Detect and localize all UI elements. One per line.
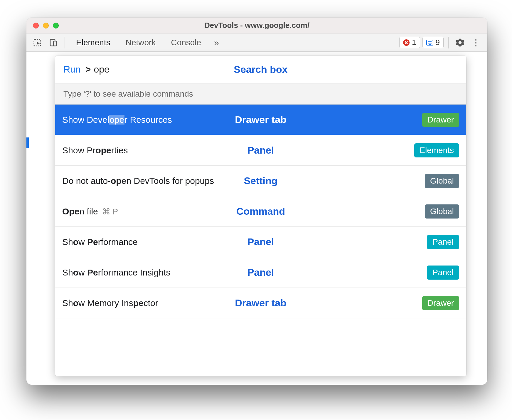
command-result-row[interactable]: Show Memory InspectorDrawer tabDrawer (55, 288, 466, 318)
command-result-row[interactable]: Show Developer ResourcesDrawer tabDrawer (55, 105, 466, 135)
command-search-row[interactable]: Run >ope Search box (55, 56, 466, 83)
command-category-badge: Global (425, 174, 459, 188)
annotation-label: Panel (247, 267, 274, 278)
tab-elements[interactable]: Elements (70, 38, 117, 47)
toolbar-separator (65, 37, 65, 48)
command-result-row[interactable]: Show PropertiesPanelElements (55, 135, 466, 166)
command-result-row[interactable]: Show Performance InsightsPanelPanel (55, 257, 466, 288)
annotation-search-box: Search box (234, 64, 287, 75)
command-result-title: Show Properties (62, 145, 128, 155)
devtools-window: DevTools - www.google.com/ Elements Netw… (26, 18, 487, 385)
command-category-badge: Global (425, 204, 459, 219)
annotation-label: Drawer tab (235, 114, 287, 125)
command-category-badge: Panel (427, 235, 459, 249)
inspect-element-icon[interactable] (31, 36, 44, 49)
more-options-icon[interactable]: ⋮ (469, 37, 483, 48)
tab-network[interactable]: Network (119, 38, 162, 47)
command-result-title: Show Developer Resources (62, 115, 172, 125)
tab-console[interactable]: Console (164, 38, 208, 47)
command-category-badge: Panel (427, 266, 459, 280)
run-label: Run (63, 64, 81, 75)
command-hint: Type '?' to see available commands (55, 83, 466, 105)
window-close-icon[interactable] (33, 23, 39, 28)
device-toggle-icon[interactable] (46, 36, 60, 49)
messages-pill[interactable]: 9 (422, 37, 444, 48)
command-result-row[interactable]: Show PerformancePanelPanel (55, 227, 466, 257)
window-title: DevTools - www.google.com/ (26, 21, 487, 30)
annotation-label: Setting (244, 175, 277, 187)
command-result-row[interactable]: Do not auto-open DevTools for popupsSett… (55, 166, 466, 196)
command-results: Show Developer ResourcesDrawer tabDrawer… (55, 105, 466, 376)
devtools-toolbar: Elements Network Console » 1 9 ⋮ (26, 33, 487, 52)
annotation-label: Panel (247, 145, 274, 156)
command-category-badge: Drawer (422, 113, 459, 127)
messages-count: 9 (436, 38, 440, 47)
window-zoom-icon[interactable] (53, 23, 59, 28)
command-result-title: Show Memory Inspector (62, 298, 158, 308)
toolbar-separator (448, 37, 449, 48)
command-result-title: Do not auto-open DevTools for popups (62, 176, 214, 186)
error-icon (403, 39, 410, 46)
command-menu: Run >ope Search box Type '?' to see avai… (55, 56, 466, 376)
settings-gear-icon[interactable] (453, 36, 467, 49)
window-titlebar: DevTools - www.google.com/ (26, 18, 487, 33)
command-category-badge: Elements (414, 143, 459, 157)
command-result-title: Show Performance (62, 237, 138, 247)
message-icon (426, 40, 433, 46)
command-prompt: > (85, 64, 91, 75)
svg-rect-2 (53, 41, 56, 46)
active-panel-indicator (26, 137, 29, 148)
command-result-row[interactable]: Open file⌘ PCommandGlobal (55, 196, 466, 227)
window-minimize-icon[interactable] (43, 23, 49, 28)
command-result-title: Open file (62, 206, 98, 216)
command-query: ope (94, 64, 109, 75)
command-category-badge: Drawer (422, 296, 459, 310)
command-shortcut: ⌘ P (102, 207, 118, 216)
annotation-label: Drawer tab (235, 297, 287, 309)
annotation-label: Panel (247, 236, 274, 248)
annotation-label: Command (236, 206, 285, 217)
command-result-title: Show Performance Insights (62, 268, 171, 278)
more-tabs-icon[interactable]: » (210, 38, 223, 48)
errors-count: 1 (412, 38, 416, 47)
errors-pill[interactable]: 1 (399, 37, 420, 48)
